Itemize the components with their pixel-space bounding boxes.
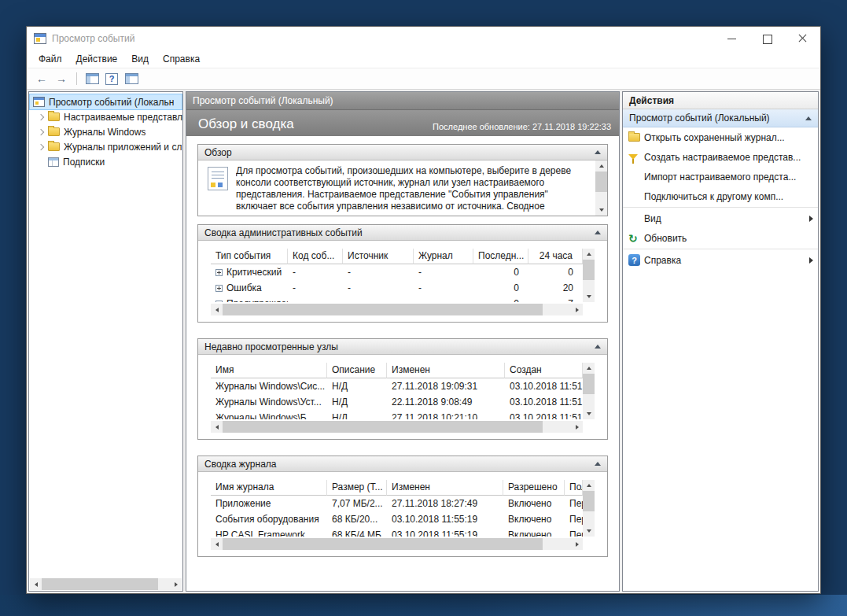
column-header[interactable]: Размер (Т...	[327, 480, 387, 496]
scrollbar-track[interactable]	[583, 280, 595, 291]
v-scrollbar[interactable]	[583, 480, 595, 537]
column-header[interactable]: Тип события	[211, 249, 288, 264]
show-console-tree-button[interactable]	[83, 71, 101, 87]
scroll-right-button[interactable]	[571, 304, 583, 315]
collapse-arrow-icon[interactable]	[805, 116, 812, 120]
h-scrollbar[interactable]	[211, 538, 583, 550]
close-button[interactable]	[785, 27, 820, 50]
action-open-saved-log[interactable]: Открыть сохраненный журнал...	[623, 127, 818, 147]
column-header[interactable]: Изменен	[387, 480, 503, 496]
scroll-down-button[interactable]	[595, 205, 607, 216]
scroll-down-button[interactable]	[583, 408, 595, 419]
forward-button[interactable]: →	[53, 71, 70, 87]
tree-item-root[interactable]: Просмотр событий (Локальн	[30, 94, 182, 109]
v-scrollbar[interactable]	[595, 160, 607, 216]
collapse-arrow-icon[interactable]	[595, 150, 601, 154]
chevron-right-icon[interactable]	[37, 113, 45, 121]
scrollbar-thumb[interactable]	[595, 172, 607, 192]
maximize-button[interactable]	[749, 27, 785, 50]
scroll-left-button[interactable]	[30, 578, 42, 590]
subscriptions-icon	[48, 157, 59, 167]
menu-item-view[interactable]: Вид	[124, 51, 156, 67]
scroll-left-button[interactable]	[211, 304, 223, 315]
back-button[interactable]: ←	[33, 71, 50, 87]
scrollbar-track[interactable]	[543, 304, 571, 315]
expand-box-icon[interactable]	[215, 285, 223, 292]
scroll-left-button[interactable]	[211, 538, 223, 550]
title-bar[interactable]: Просмотр событий	[27, 27, 820, 50]
column-header[interactable]: Полит...	[565, 480, 583, 496]
scroll-up-button[interactable]	[595, 160, 607, 172]
scrollbar-thumb[interactable]	[583, 260, 595, 280]
column-header[interactable]: Источник	[343, 249, 414, 264]
section-log-summary-header[interactable]: Сводка журнала	[198, 456, 607, 472]
scroll-right-button[interactable]	[170, 578, 182, 590]
tree-item-subscriptions[interactable]: Подписки	[29, 154, 182, 169]
h-scrollbar[interactable]	[211, 421, 583, 433]
action-create-custom-view[interactable]: Создать настраиваемое представ...	[623, 147, 818, 167]
chevron-right-icon[interactable]	[37, 128, 45, 136]
h-scrollbar[interactable]	[211, 304, 583, 315]
tree-item-custom-views[interactable]: Настраиваемые представле	[29, 109, 182, 124]
chevron-right-icon[interactable]	[37, 143, 45, 151]
scrollbar-thumb[interactable]	[223, 421, 543, 433]
menu-item-file[interactable]: Файл	[31, 51, 69, 67]
tree-item-windows-logs[interactable]: Журналы Windows	[29, 124, 182, 139]
menu-bar: Файл Действие Вид Справка	[27, 50, 820, 68]
scroll-left-button[interactable]	[211, 421, 223, 433]
scrollbar-thumb[interactable]	[42, 578, 158, 590]
tree-item-app-service-logs[interactable]: Журналы приложений и сл	[29, 139, 182, 154]
minimize-button[interactable]	[714, 27, 749, 50]
scroll-up-button[interactable]	[583, 249, 595, 260]
column-header[interactable]: Имя журнала	[211, 480, 327, 496]
scrollbar-thumb[interactable]	[583, 491, 595, 511]
scroll-up-button[interactable]	[583, 363, 595, 374]
column-header[interactable]: 24 часа	[528, 249, 583, 264]
scroll-down-button[interactable]	[583, 526, 595, 537]
menu-item-action[interactable]: Действие	[69, 51, 125, 67]
column-header[interactable]: Описание	[327, 363, 387, 378]
column-header[interactable]: Создан	[505, 363, 583, 378]
scroll-up-button[interactable]	[583, 480, 595, 491]
action-help-submenu[interactable]: ? Справка	[623, 250, 818, 270]
column-header[interactable]: Изменен	[387, 363, 505, 378]
column-header[interactable]: Последн...	[473, 249, 528, 264]
banner-title: Обзор и сводка	[198, 116, 294, 132]
scrollbar-thumb[interactable]	[583, 374, 595, 394]
menu-item-help[interactable]: Справка	[156, 51, 207, 67]
scrollbar-thumb[interactable]	[223, 304, 543, 315]
open-folder-icon	[628, 133, 640, 142]
show-action-pane-button[interactable]	[123, 71, 140, 87]
collapse-arrow-icon[interactable]	[595, 345, 601, 349]
action-import-custom-view[interactable]: Импорт настраиваемого предста...	[623, 167, 818, 186]
scroll-right-button[interactable]	[571, 538, 583, 550]
collapse-arrow-icon[interactable]	[595, 231, 601, 234]
scrollbar-track[interactable]	[583, 511, 595, 526]
scrollbar-track[interactable]	[595, 192, 607, 205]
scrollbar-track[interactable]	[543, 421, 571, 433]
column-header[interactable]: Журнал	[414, 249, 473, 264]
actions-group-header[interactable]: Просмотр событий (Локальный)	[623, 109, 818, 127]
section-overview-header[interactable]: Обзор	[198, 145, 607, 160]
scrollbar-track[interactable]	[583, 394, 595, 408]
column-header[interactable]: Разрешено	[503, 480, 565, 496]
section-admin-header[interactable]: Сводка административных событий	[198, 225, 607, 241]
scroll-right-button[interactable]	[571, 421, 583, 433]
scrollbar-thumb[interactable]	[223, 538, 543, 550]
expand-box-icon[interactable]	[215, 301, 223, 303]
column-header[interactable]: Имя	[211, 363, 327, 378]
action-view-submenu[interactable]: Вид	[623, 208, 818, 228]
v-scrollbar[interactable]	[583, 363, 595, 419]
expand-box-icon[interactable]	[215, 269, 223, 276]
scrollbar-track[interactable]	[158, 578, 170, 590]
action-connect-other-computer[interactable]: Подключиться к другому комп...	[623, 186, 818, 206]
help-toolbar-button[interactable]: ?	[103, 71, 120, 87]
tree-h-scrollbar[interactable]	[30, 578, 182, 590]
scroll-down-button[interactable]	[583, 291, 595, 302]
action-refresh[interactable]: ↻ Обновить	[623, 228, 818, 248]
section-recent-nodes-header[interactable]: Недавно просмотренные узлы	[198, 339, 607, 355]
column-header[interactable]: Код соб...	[288, 249, 343, 264]
scrollbar-track[interactable]	[543, 538, 571, 550]
collapse-arrow-icon[interactable]	[595, 462, 601, 466]
v-scrollbar[interactable]	[583, 249, 595, 302]
